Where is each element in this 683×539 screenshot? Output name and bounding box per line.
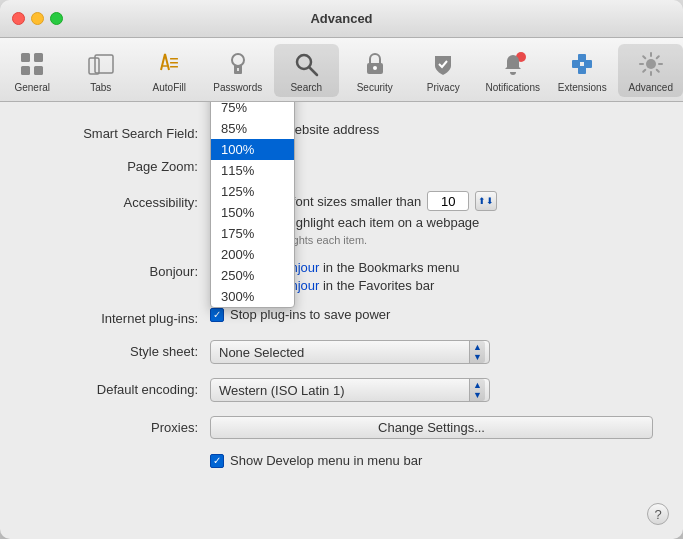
encoding-row: Default encoding: Western (ISO Latin 1) … (30, 378, 653, 402)
develop-label: Show Develop menu in menu bar (230, 453, 422, 468)
window-title: Advanced (310, 11, 372, 26)
svg-rect-20 (578, 66, 586, 74)
zoom-dropdown-menu: 50% 75% 85% 100% 115% 125% 150% 175% 200… (210, 102, 295, 308)
smart-search-label: Smart Search Field: (30, 122, 210, 141)
internet-plugins-row: Internet plug-ins: ✓ Stop plug-ins to sa… (30, 307, 653, 326)
sidebar-item-advanced[interactable]: Advanced (618, 44, 683, 97)
advanced-icon (635, 48, 667, 80)
search-label: Search (290, 82, 322, 93)
stylesheet-value: None Selected (219, 345, 304, 360)
svg-point-21 (646, 59, 656, 69)
internet-plugins-checkbox[interactable]: ✓ (210, 308, 224, 322)
zoom-option-300[interactable]: 300% (211, 286, 294, 307)
search-icon (290, 48, 322, 80)
proxies-label: Proxies: (30, 416, 210, 435)
encoding-arrows-icon: ▲▼ (469, 379, 485, 401)
svg-line-13 (309, 67, 317, 75)
zoom-option-250[interactable]: 250% (211, 265, 294, 286)
sidebar-item-tabs[interactable]: Tabs (69, 44, 134, 97)
sidebar-item-search[interactable]: Search (274, 44, 339, 97)
accessibility-label: Accessibility: (30, 191, 210, 210)
window-buttons (12, 12, 63, 25)
bonjour-label: Bonjour: (30, 260, 210, 279)
encoding-select[interactable]: Western (ISO Latin 1) ▲▼ (210, 378, 490, 402)
svg-rect-2 (21, 66, 30, 75)
zoom-dropdown-wrapper: 100% ▼ 50% 75% 85% 100% 115% 125% 150% 1… (210, 155, 653, 177)
svg-point-15 (373, 66, 377, 70)
sidebar-item-passwords[interactable]: Passwords (206, 44, 271, 97)
smart-search-row: Smart Search Field: Show full website ad… (30, 122, 653, 141)
proxies-control: Change Settings... (210, 416, 653, 439)
privacy-icon (427, 48, 459, 80)
stylesheet-select[interactable]: None Selected ▲▼ (210, 340, 490, 364)
accessibility-row: Accessibility: Never use font sizes smal… (30, 191, 653, 246)
svg-rect-8 (170, 66, 178, 68)
stylesheet-row: Style sheet: None Selected ▲▼ (30, 340, 653, 364)
zoom-option-125[interactable]: 125% (211, 181, 294, 202)
page-zoom-label: Page Zoom: (30, 155, 210, 174)
svg-rect-1 (34, 53, 43, 62)
proxies-button[interactable]: Change Settings... (210, 416, 653, 439)
title-bar: Advanced (0, 0, 683, 38)
font-size-input[interactable] (427, 191, 469, 211)
extensions-icon (566, 48, 598, 80)
extensions-label: Extensions (558, 82, 607, 93)
zoom-option-85[interactable]: 85% (211, 118, 294, 139)
svg-rect-6 (170, 58, 178, 60)
security-icon (359, 48, 391, 80)
zoom-option-175[interactable]: 175% (211, 223, 294, 244)
notifications-icon (497, 48, 529, 80)
help-button[interactable]: ? (647, 503, 669, 525)
bonjour-row: Bonjour: Include Bonjour in the Bookmark… (30, 260, 653, 293)
settings-content: Smart Search Field: Show full website ad… (0, 102, 683, 539)
stylesheet-label: Style sheet: (30, 340, 210, 359)
sidebar-item-notifications[interactable]: Notifications (480, 44, 546, 97)
svg-rect-3 (34, 66, 43, 75)
stylesheet-arrows-icon: ▲▼ (469, 341, 485, 363)
tabs-label: Tabs (90, 82, 111, 93)
font-size-stepper[interactable]: ⬆⬇ (475, 191, 497, 211)
zoom-option-150[interactable]: 150% (211, 202, 294, 223)
svg-rect-0 (21, 53, 30, 62)
main-window: Advanced General Tabs AutoFill Password (0, 0, 683, 539)
zoom-option-75[interactable]: 75% (211, 102, 294, 118)
sidebar-item-privacy[interactable]: Privacy (411, 44, 476, 97)
page-zoom-control: 100% ▼ 50% 75% 85% 100% 115% 125% 150% 1… (210, 155, 653, 177)
close-button[interactable] (12, 12, 25, 25)
svg-rect-19 (578, 54, 586, 62)
advanced-label: Advanced (628, 82, 672, 93)
develop-checkbox[interactable]: ✓ (210, 454, 224, 468)
minimize-button[interactable] (31, 12, 44, 25)
page-zoom-row: Page Zoom: 100% ▼ 50% 75% 85% 100% 115% … (30, 155, 653, 177)
develop-checkbox-row: ✓ Show Develop menu in menu bar (210, 453, 422, 468)
general-icon (16, 48, 48, 80)
tabs-icon (85, 48, 117, 80)
svg-rect-4 (89, 58, 99, 74)
encoding-label: Default encoding: (30, 378, 210, 397)
passwords-icon (222, 48, 254, 80)
encoding-control: Western (ISO Latin 1) ▲▼ (210, 378, 653, 402)
svg-rect-7 (170, 62, 178, 64)
sidebar-item-extensions[interactable]: Extensions (550, 44, 615, 97)
notifications-label: Notifications (486, 82, 540, 93)
zoom-option-115[interactable]: 115% (211, 160, 294, 181)
zoom-option-200[interactable]: 200% (211, 244, 294, 265)
sidebar-item-general[interactable]: General (0, 44, 65, 97)
toolbar: General Tabs AutoFill Passwords Search (0, 38, 683, 102)
sidebar-item-autofill[interactable]: AutoFill (137, 44, 202, 97)
sidebar-item-security[interactable]: Security (343, 44, 408, 97)
svg-point-9 (232, 54, 244, 66)
internet-plugins-checkbox-row: ✓ Stop plug-ins to save power (210, 307, 653, 322)
autofill-label: AutoFill (153, 82, 186, 93)
internet-plugins-value: Stop plug-ins to save power (230, 307, 390, 322)
stylesheet-control: None Selected ▲▼ (210, 340, 653, 364)
develop-row: ✓ Show Develop menu in menu bar (210, 453, 653, 468)
zoom-option-100[interactable]: 100% (211, 139, 294, 160)
internet-plugins-label: Internet plug-ins: (30, 307, 210, 326)
autofill-icon (153, 48, 185, 80)
internet-plugins-control: ✓ Stop plug-ins to save power (210, 307, 653, 322)
passwords-label: Passwords (213, 82, 262, 93)
maximize-button[interactable] (50, 12, 63, 25)
privacy-label: Privacy (427, 82, 460, 93)
encoding-value: Western (ISO Latin 1) (219, 383, 344, 398)
